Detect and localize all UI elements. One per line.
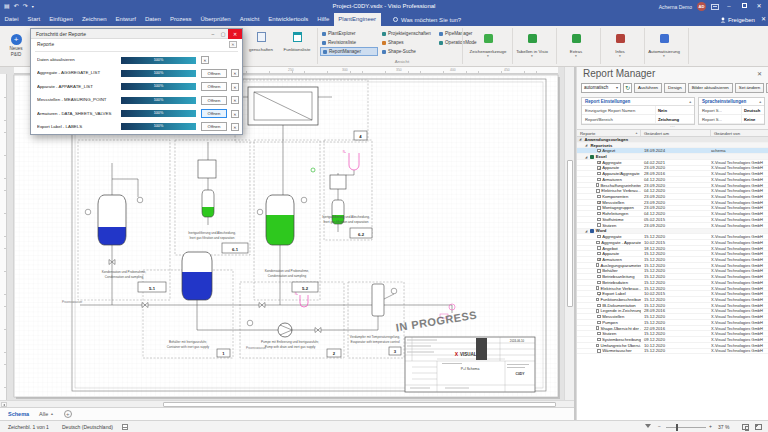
pump[interactable]	[278, 323, 292, 337]
vessel-left[interactable]	[98, 195, 126, 245]
report-checkbox[interactable]	[597, 332, 600, 335]
ribbon-display-options-icon[interactable]	[711, 4, 719, 10]
ribbon-tab[interactable]: Zeichnen	[77, 13, 111, 26]
report-checkbox[interactable]	[597, 212, 600, 215]
heat-exchanger[interactable]	[248, 87, 318, 125]
properties-button-partial[interactable]: genschaften	[245, 29, 277, 52]
report-checkbox[interactable]	[597, 195, 600, 198]
open-report-button[interactable]: Öffnen	[201, 109, 227, 118]
add-page-button[interactable]: +	[64, 410, 72, 418]
ribbon-tab[interactable]: Prozess	[165, 13, 196, 26]
panel-button[interactable]: Set ändern	[735, 83, 764, 93]
settings-header[interactable]: Spracheinstellungen▲	[699, 98, 764, 106]
qat-dropdown-icon[interactable]: ▾	[32, 0, 34, 13]
cancel-report-icon[interactable]: ✕	[231, 96, 239, 104]
cancel-report-icon[interactable]: ✕	[231, 83, 239, 91]
dialog-close-button[interactable]: ✕	[228, 29, 242, 39]
report-checkbox[interactable]	[597, 172, 600, 175]
new-pid-button[interactable]: + Neues P&ID	[3, 28, 29, 65]
open-report-button[interactable]: Öffnen	[201, 96, 227, 105]
funktionsliste-button[interactable]: Funktionsliste	[279, 29, 315, 52]
settings-header[interactable]: Report Einstellungen▲	[582, 98, 694, 106]
dialog-section-close-icon[interactable]: ✕	[229, 41, 237, 48]
tell-me-box[interactable]: Was möchten Sie tun?	[393, 13, 461, 26]
title-block[interactable]: 2024-06-10 X VISUAL P+I Schema C0DY	[405, 337, 535, 392]
zoom-out-button[interactable]: −	[658, 423, 661, 429]
report-checkbox[interactable]	[597, 201, 600, 204]
evaporator-column[interactable]	[372, 284, 384, 316]
panel-button[interactable]: Bilder aktualisieren	[688, 83, 733, 93]
fit-width-icon[interactable]	[645, 424, 651, 428]
filter-unit[interactable]	[330, 175, 346, 189]
report-checkbox[interactable]	[597, 178, 600, 181]
vessel-center[interactable]	[182, 252, 212, 300]
report-checkbox[interactable]	[597, 246, 600, 249]
vertical-scroll-thumb[interactable]	[567, 160, 573, 307]
vessel-right[interactable]	[266, 195, 294, 245]
report-checkbox[interactable]	[597, 269, 600, 272]
splitter-handle[interactable]: ⋯	[577, 124, 768, 128]
dialog-title-bar[interactable]: Fortschritt der Reporte – ▢ ✕	[31, 29, 242, 39]
open-report-button[interactable]: Öffnen	[201, 69, 227, 78]
cancel-report-icon[interactable]: ✕	[231, 69, 239, 77]
cancel-report-icon[interactable]: ✕	[231, 110, 239, 118]
report-checkbox[interactable]	[597, 252, 600, 255]
ribbon-tab[interactable]: Ansicht	[235, 13, 264, 26]
zoom-in-button[interactable]: +	[709, 423, 712, 429]
report-checkbox[interactable]	[596, 189, 599, 192]
language-label[interactable]: Deutsch (Deutschland)	[62, 424, 113, 430]
report-checkbox[interactable]	[596, 298, 599, 301]
horizontal-scrollbar[interactable]	[0, 400, 574, 407]
zoom-level[interactable]: 37 %	[718, 424, 729, 430]
ribbon-tab[interactable]: Start	[23, 13, 45, 26]
ribbon-menu-item[interactable]: Shapes	[380, 38, 435, 47]
table-row[interactable]: ◢ Wärmetauscher 15.12.2020 X-Visual Tech…	[577, 349, 768, 355]
ribbon-menu-item[interactable]: Projekteigenschaften	[380, 29, 435, 38]
report-checkbox[interactable]	[596, 326, 599, 329]
vertical-scrollbar[interactable]	[564, 67, 574, 400]
ribbon-big-button[interactable]: Zeichenwerkzeuge ▾	[466, 28, 510, 58]
ribbon-big-button[interactable]: Tabellen in Visio ▾	[510, 28, 554, 58]
report-checkbox[interactable]	[597, 292, 600, 295]
ribbon-tab[interactable]: Daten	[140, 13, 165, 26]
column-geaendert-am[interactable]: Geändert am	[641, 130, 711, 136]
ribbon-tab[interactable]: PlantEngineer	[334, 13, 381, 26]
report-checkbox[interactable]	[596, 241, 599, 244]
save-icon[interactable]: ▤	[4, 0, 10, 13]
ribbon-menu-item[interactable]: Shape-Suche	[380, 47, 435, 56]
expander-icon[interactable]: ◢	[585, 143, 589, 147]
ribbon-tab[interactable]: Datei	[0, 13, 23, 26]
page-tab-all[interactable]: Alle▲	[39, 411, 54, 417]
cancel-report-icon[interactable]: ✕	[201, 56, 209, 64]
column-geaendert-von[interactable]: Geändert von	[711, 130, 768, 136]
report-checkbox[interactable]	[597, 258, 600, 261]
report-checkbox[interactable]	[596, 309, 599, 312]
restore-button[interactable]	[739, 0, 749, 13]
setting-row[interactable]: Report S...Keine	[699, 115, 764, 124]
ribbon-big-button[interactable]: Automatisierung ▾	[642, 28, 686, 58]
open-report-button[interactable]: Öffnen	[201, 122, 227, 131]
report-checkbox[interactable]	[597, 275, 600, 278]
expander-icon[interactable]: ◢	[585, 229, 589, 233]
ribbon-tab[interactable]: Einfügen	[45, 13, 78, 26]
page-tab-schema[interactable]: Schema	[8, 411, 29, 417]
ribbon-menu-item[interactable]: Revisionsliste	[320, 38, 378, 47]
ribbon-big-button[interactable]: Infos ▾	[598, 28, 642, 58]
panel-button[interactable]: Design	[664, 83, 686, 93]
dialog-maximize-icon[interactable]: ▢	[218, 31, 228, 37]
report-checkbox[interactable]	[597, 166, 600, 169]
report-checkbox[interactable]	[597, 223, 600, 226]
expander-icon[interactable]: ◢	[579, 137, 583, 141]
report-checkbox[interactable]	[597, 218, 600, 221]
fullscreen-icon[interactable]	[755, 424, 762, 430]
report-checkbox[interactable]	[597, 206, 600, 209]
report-checkbox[interactable]	[597, 338, 600, 341]
close-button[interactable]: ✕	[754, 0, 764, 13]
dialog-minimize-icon[interactable]: –	[208, 31, 218, 37]
report-checkbox[interactable]	[596, 344, 599, 347]
macro-record-icon[interactable]	[122, 424, 128, 430]
ribbon-tab[interactable]: Entwurf	[111, 13, 140, 26]
share-button[interactable]: Freigeben	[720, 17, 755, 23]
report-checkbox[interactable]	[597, 304, 600, 307]
mode-dropdown[interactable]: automatisch▾	[581, 83, 621, 93]
